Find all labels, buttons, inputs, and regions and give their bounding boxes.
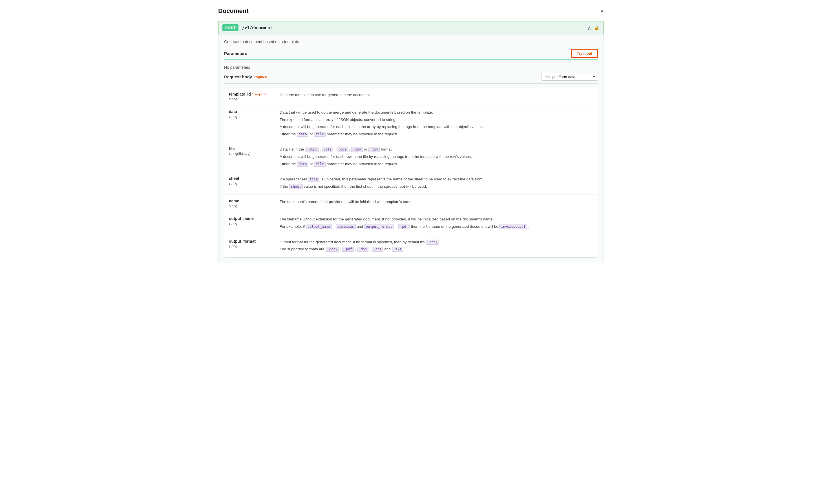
code-tag: .pdf xyxy=(342,246,354,252)
param-name-col: template_id * requiredstring xyxy=(229,92,274,101)
endpoint-collapse-icon[interactable]: ∧ xyxy=(587,25,591,31)
param-desc-col: If a spreadsheet file is uploaded, this … xyxy=(280,176,593,190)
param-desc-line: Data file in the .xlsx , .xls , .ods , .… xyxy=(280,146,593,152)
param-name-col: output_namestring xyxy=(229,216,274,225)
method-badge: POST xyxy=(223,24,239,31)
code-tag: .tsv xyxy=(368,147,380,152)
param-required-star: * xyxy=(252,92,254,96)
content-type-select[interactable]: multipart/form-data application/json xyxy=(541,73,598,81)
param-desc-line: For example, if output_name = invoices a… xyxy=(280,223,593,230)
param-name-col: filestring($binary) xyxy=(229,146,274,155)
collapse-icon[interactable]: ∧ xyxy=(600,8,604,14)
code-tag: .docx xyxy=(326,246,339,252)
param-desc-line: The supported formats are .docx , .pdf ,… xyxy=(280,246,593,252)
param-name-text: output_name xyxy=(229,216,254,221)
param-type: string xyxy=(229,181,274,185)
param-desc-line: Either the data or file parameter may be… xyxy=(280,131,593,137)
param-desc-line: Output format for the generated document… xyxy=(280,239,593,245)
param-desc-col: ID of the template to use for generating… xyxy=(280,92,593,99)
param-type: string($binary) xyxy=(229,152,274,155)
request-body-label: Request body xyxy=(224,74,252,79)
code-tag: .doc xyxy=(357,246,368,252)
param-type: string xyxy=(229,97,274,101)
code-tag: file xyxy=(314,161,326,166)
param-row: namestringThe document's name. If not pr… xyxy=(225,195,597,212)
doc-header: Document ∧ xyxy=(218,5,604,18)
param-type: string xyxy=(229,115,274,119)
param-name-text: sheet xyxy=(229,176,239,181)
param-name: name xyxy=(229,199,274,203)
param-desc-line: Data that will be used to do the merge a… xyxy=(280,109,593,115)
code-tag: .pdf xyxy=(398,224,410,229)
param-desc-line: ID of the template to use for generating… xyxy=(280,92,593,98)
param-required-text: required xyxy=(255,92,267,96)
param-desc-line: The document's name. If not provided, it… xyxy=(280,199,593,205)
param-name-text: template_id xyxy=(229,92,251,96)
parameters-section-title: Parameters xyxy=(224,51,247,56)
param-row: datastringData that will be used to do t… xyxy=(225,105,597,142)
param-name: template_id * required xyxy=(229,92,274,96)
param-desc-line: The filename without extension for the g… xyxy=(280,216,593,222)
required-badge: required xyxy=(254,75,267,79)
code-tag: .docx xyxy=(426,239,439,245)
param-desc-col: The filename without extension for the g… xyxy=(280,216,593,230)
endpoint-row: POST /v1/document ∧ 🔒 xyxy=(218,21,604,34)
param-desc-line: A document will be generated for each ro… xyxy=(280,154,593,160)
try-it-out-button[interactable]: Try it out xyxy=(571,49,598,58)
param-desc-line: If a spreadsheet file is uploaded, this … xyxy=(280,176,593,182)
param-name-col: sheetstring xyxy=(229,176,274,185)
code-tag: .odt xyxy=(372,246,383,252)
code-tag: .ods xyxy=(337,147,348,152)
param-name-text: file xyxy=(229,146,235,151)
param-name-col: output_formatstring xyxy=(229,239,274,248)
endpoint-left: POST /v1/document xyxy=(223,24,273,31)
code-tag: data xyxy=(297,161,309,166)
param-desc-line: If the sheet value is not specified, the… xyxy=(280,183,593,190)
code-tag: file xyxy=(308,177,320,182)
content-area: Generate a document based on a template.… xyxy=(218,34,604,263)
param-name-text: output_format xyxy=(229,239,256,243)
endpoint-right: ∧ 🔒 xyxy=(587,25,599,31)
param-name: data xyxy=(229,109,274,114)
page-wrapper: Document ∧ POST /v1/document ∧ 🔒 Generat… xyxy=(214,0,608,268)
param-type: string xyxy=(229,204,274,208)
code-tag: .txt xyxy=(392,246,403,252)
param-name: output_format xyxy=(229,239,274,243)
code-tag: invoices.pdf xyxy=(499,224,527,229)
param-name: output_name xyxy=(229,216,274,221)
param-name-col: datastring xyxy=(229,109,274,119)
code-tag: file xyxy=(314,132,326,137)
code-tag: .xls xyxy=(322,147,333,152)
param-name: sheet xyxy=(229,176,274,181)
param-desc-line: Either the data or file parameter may be… xyxy=(280,161,593,167)
code-tag: sheet xyxy=(289,184,303,189)
param-row: output_namestringThe filename without ex… xyxy=(225,212,597,235)
param-desc-col: The document's name. If not provided, it… xyxy=(280,199,593,206)
param-desc-col: Data file in the .xlsx , .xls , .ods , .… xyxy=(280,146,593,168)
param-type: string xyxy=(229,244,274,248)
code-tag: data xyxy=(297,132,309,137)
code-tag: output_name xyxy=(306,224,332,229)
param-name: file xyxy=(229,146,274,151)
param-desc-col: Data that will be used to do the merge a… xyxy=(280,109,593,138)
param-name-text: name xyxy=(229,199,239,203)
param-name-col: namestring xyxy=(229,199,274,208)
param-type: string xyxy=(229,221,274,225)
doc-title: Document xyxy=(218,7,249,15)
param-desc-col: Output format for the generated document… xyxy=(280,239,593,254)
description-text: Generate a document based on a template. xyxy=(224,39,598,44)
params-table: template_id * requiredstringID of the te… xyxy=(224,88,598,258)
no-params-text: No parameters xyxy=(224,63,598,73)
code-tag: output_format xyxy=(364,224,394,229)
request-body-title: Request body required xyxy=(224,74,267,79)
param-name-text: data xyxy=(229,109,237,114)
request-body-header: Request body required multipart/form-dat… xyxy=(224,73,598,84)
endpoint-path: /v1/document xyxy=(242,25,272,30)
param-row: output_formatstringOutput format for the… xyxy=(225,235,597,258)
code-tag: .xlsx xyxy=(305,147,319,152)
param-row: filestring($binary)Data file in the .xls… xyxy=(225,142,597,172)
parameters-section-header: Parameters Try it out xyxy=(224,49,598,60)
param-row: template_id * requiredstringID of the te… xyxy=(225,88,597,105)
code-tag: .csv xyxy=(351,147,363,152)
param-desc-line: A document will be generated for each ob… xyxy=(280,124,593,130)
